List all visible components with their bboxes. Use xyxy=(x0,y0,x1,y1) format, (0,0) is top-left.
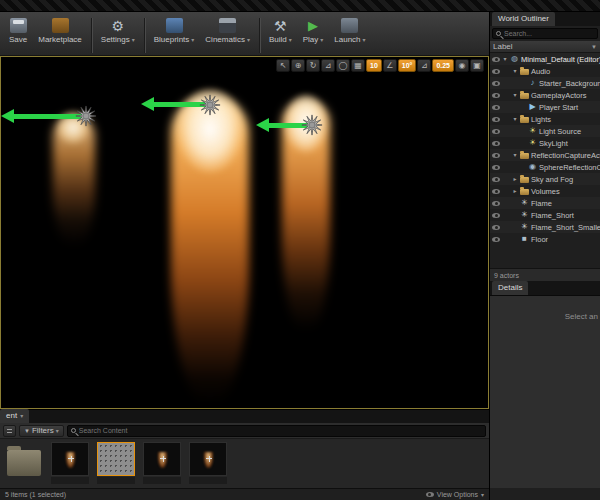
unreal-editor-window: { "main_toolbar": { "buttons": [ {"label… xyxy=(0,0,600,500)
rotate-tool-button[interactable]: ↻ xyxy=(306,59,320,72)
marketplace-label: Marketplace xyxy=(38,36,82,44)
folder-icon xyxy=(520,153,529,159)
details-tab[interactable]: Details xyxy=(492,281,528,295)
visibility-eye-icon[interactable] xyxy=(492,69,500,74)
outliner-row[interactable]: ☀ Light Source xyxy=(490,125,600,137)
outliner-row[interactable]: ♪ Starter_Background_Cue xyxy=(490,77,600,89)
coordinate-system-button[interactable]: ◯ xyxy=(336,59,350,72)
settings-button[interactable]: ⚙ Settings▾ xyxy=(96,16,140,46)
scale-snap-value-button[interactable]: 0.25 xyxy=(432,59,454,72)
maximize-viewport-button[interactable]: ▣ xyxy=(470,59,484,72)
outliner-row[interactable]: ✳ Flame_Short xyxy=(490,209,600,221)
expand-caret-icon[interactable]: ▾ xyxy=(512,68,518,74)
folder-icon xyxy=(520,93,529,99)
caret-down-icon: ▾ xyxy=(247,37,250,43)
outliner-status-bar: 9 actors xyxy=(490,268,600,281)
world-outliner-tab-label: World Outliner xyxy=(498,15,549,23)
emitter-sprite-icon[interactable] xyxy=(75,105,97,127)
folder-icon xyxy=(520,117,529,123)
details-panel: Select an xyxy=(490,295,600,488)
save-button[interactable]: Save xyxy=(4,16,32,46)
outliner-search-input[interactable] xyxy=(504,30,594,37)
world-outliner-tab[interactable]: World Outliner xyxy=(492,12,555,26)
outliner-row[interactable]: ▸ Volumes xyxy=(490,185,600,197)
blueprints-button[interactable]: Blueprints▾ xyxy=(149,16,200,46)
content-search-input[interactable] xyxy=(79,427,482,434)
visibility-eye-icon[interactable] xyxy=(492,81,500,86)
outliner-row[interactable]: ▾ GameplayActors xyxy=(490,89,600,101)
outliner-label: SphereReflectionCapture10 xyxy=(539,163,600,172)
visibility-eye-icon[interactable] xyxy=(492,201,500,206)
launch-label: Launch xyxy=(334,36,360,44)
content-browser-tabstrip: ent ▾ xyxy=(0,410,489,423)
scale-tool-button[interactable]: ⊿ xyxy=(321,59,335,72)
outliner-row[interactable]: ✳ Flame_Short_Smaller xyxy=(490,221,600,233)
visibility-eye-icon[interactable] xyxy=(492,57,500,62)
asset-item[interactable] xyxy=(142,442,182,484)
outliner-row[interactable]: ▾ Lights xyxy=(490,113,600,125)
marketplace-button[interactable]: Marketplace xyxy=(33,16,87,46)
asset-item[interactable] xyxy=(188,442,228,484)
outliner-row[interactable]: ◉ SphereReflectionCapture10 xyxy=(490,161,600,173)
visibility-eye-icon[interactable] xyxy=(492,93,500,98)
filters-button[interactable]: ▼ Filters ▾ xyxy=(19,425,64,437)
content-browser-tab[interactable]: ent ▾ xyxy=(0,409,29,423)
grid-snap-toggle-button[interactable]: ▦ xyxy=(351,59,365,72)
camera-speed-button[interactable]: ◉ xyxy=(455,59,469,72)
expand-caret-icon[interactable]: ▾ xyxy=(502,56,508,62)
visibility-eye-icon[interactable] xyxy=(492,129,500,134)
visibility-eye-icon[interactable] xyxy=(492,213,500,218)
launch-button[interactable]: Launch▾ xyxy=(329,16,370,46)
outliner-row[interactable]: ☀ SkyLight xyxy=(490,137,600,149)
outliner-row[interactable]: ■ Floor xyxy=(490,233,600,245)
emitter-sprite-icon[interactable] xyxy=(301,114,323,136)
camera-icon: ◉ xyxy=(459,62,466,70)
level-viewport[interactable]: ↖ ⊕ ↻ ⊿ ◯ ▦ 10 ∠ 10° ⊿ 0.25 ◉ ▣ xyxy=(0,56,489,409)
expand-caret-icon[interactable]: ▸ xyxy=(512,188,518,194)
visibility-eye-icon[interactable] xyxy=(492,153,500,158)
expand-caret-icon[interactable]: ▾ xyxy=(512,116,518,122)
asset-item-selected[interactable] xyxy=(96,442,136,484)
expand-caret-icon[interactable]: ▾ xyxy=(512,92,518,98)
outliner-row[interactable]: ▸ Sky and Fog xyxy=(490,173,600,185)
sources-panel-toggle-button[interactable] xyxy=(3,425,16,437)
build-button[interactable]: ⚒ Build▾ xyxy=(264,16,297,46)
asset-thumbnail xyxy=(189,442,227,476)
search-icon xyxy=(496,31,501,36)
view-options-button[interactable]: View Options ▾ xyxy=(426,491,484,498)
visibility-eye-icon[interactable] xyxy=(492,141,500,146)
outliner-column-header[interactable]: Label ▼ xyxy=(490,41,600,53)
grid-icon: ▦ xyxy=(354,62,362,70)
scale-snap-toggle-button[interactable]: ⊿ xyxy=(417,59,431,72)
outliner-label: GameplayActors xyxy=(531,91,586,100)
outliner-row[interactable]: ▾ ReflectionCaptureActors xyxy=(490,149,600,161)
rotation-snap-value-button[interactable]: 10° xyxy=(398,59,417,72)
emitter-sprite-icon[interactable] xyxy=(199,94,221,116)
visibility-eye-icon[interactable] xyxy=(492,165,500,170)
play-label: Play xyxy=(303,36,319,44)
expand-caret-icon[interactable]: ▾ xyxy=(512,152,518,158)
play-button[interactable]: ▶ Play▾ xyxy=(298,16,329,46)
outliner-row[interactable]: ✳ Flame xyxy=(490,197,600,209)
visibility-eye-icon[interactable] xyxy=(492,189,500,194)
outliner-row[interactable]: ▾ ◍ Minimal_Default (Editor) xyxy=(490,53,600,65)
grid-snap-value-button[interactable]: 10 xyxy=(366,59,382,72)
label-column-header: Label xyxy=(493,42,513,51)
visibility-eye-icon[interactable] xyxy=(492,105,500,110)
cinematics-button[interactable]: Cinematics▾ xyxy=(200,16,255,46)
window-title-stripes xyxy=(0,0,600,12)
visibility-eye-icon[interactable] xyxy=(492,237,500,242)
expand-caret-icon[interactable]: ▸ xyxy=(512,176,518,182)
outliner-row[interactable]: ▾ Audio xyxy=(490,65,600,77)
content-folder-item[interactable] xyxy=(4,442,44,476)
asset-item[interactable] xyxy=(50,442,90,484)
outliner-row[interactable]: ▶ Player Start xyxy=(490,101,600,113)
move-tool-button[interactable]: ⊕ xyxy=(291,59,305,72)
visibility-eye-icon[interactable] xyxy=(492,177,500,182)
visibility-eye-icon[interactable] xyxy=(492,225,500,230)
select-tool-button[interactable]: ↖ xyxy=(276,59,290,72)
folder-icon xyxy=(7,450,41,476)
caret-down-icon: ▾ xyxy=(363,37,366,43)
rotation-snap-toggle-button[interactable]: ∠ xyxy=(383,59,397,72)
visibility-eye-icon[interactable] xyxy=(492,117,500,122)
